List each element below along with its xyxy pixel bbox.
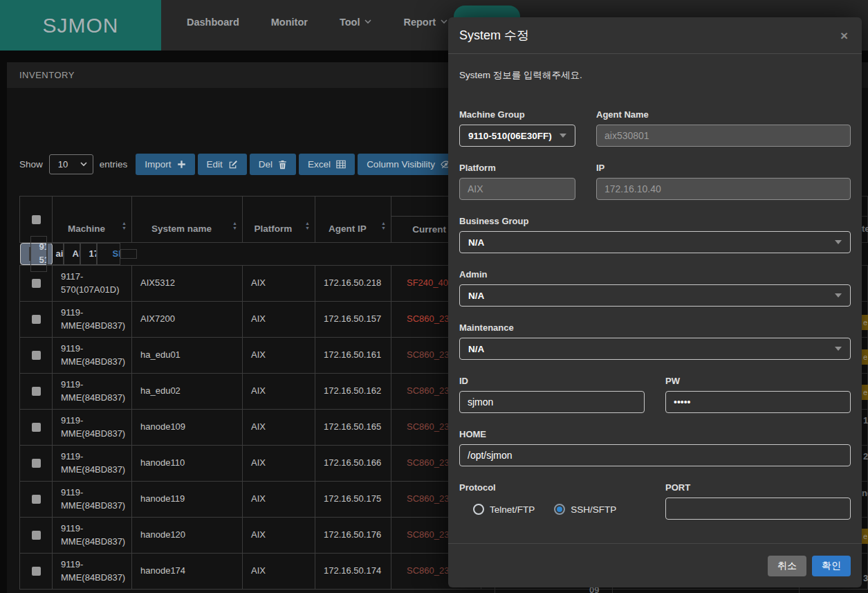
current-version-link[interactable]: SC860_234 xyxy=(407,493,454,504)
cell-machine: 9119-MME(84BD837) xyxy=(53,338,132,374)
nav-item-report[interactable]: Report xyxy=(403,17,447,28)
current-version-link[interactable]: SC860_234 xyxy=(407,421,454,432)
nav-label: Report xyxy=(403,17,436,28)
col-header-platform[interactable]: Platform ▲▼ xyxy=(243,197,315,243)
current-version-link[interactable]: SC860_234 xyxy=(407,529,454,540)
modal-subtitle: System 정보를 입력해주세요. xyxy=(459,69,851,82)
row-checkbox[interactable] xyxy=(32,387,41,396)
cell-agent-ip: 172.16.50.174 xyxy=(315,554,391,590)
machine-group-select[interactable]: 9110-510(06E30FF) xyxy=(459,125,575,147)
cell-agent-ip: 172.16.50.162 xyxy=(315,374,391,410)
col-header-label: Agent IP xyxy=(329,223,367,234)
row-checkbox[interactable] xyxy=(32,531,41,540)
chevron-down-icon xyxy=(80,162,87,167)
col-header-select xyxy=(20,197,53,243)
radio-label: SSH/SFTP xyxy=(571,504,616,515)
radio-telnet-ftp[interactable]: Telnet/FTP xyxy=(473,504,535,515)
button-label: Excel xyxy=(308,159,331,170)
pw-input[interactable] xyxy=(665,391,851,413)
field-machine-group: Machine Group 9110-510(06E30FF) xyxy=(459,109,575,147)
nav-label: Tool xyxy=(340,17,360,28)
system-edit-modal: System 수정 × System 정보를 입력해주세요. Machine G… xyxy=(448,17,862,587)
row-select-cell xyxy=(20,554,53,590)
row-checkbox[interactable] xyxy=(32,351,41,360)
port-input[interactable] xyxy=(665,498,851,520)
cell-system-name: aix530801 xyxy=(47,243,64,266)
cell-platform: AIX xyxy=(243,374,315,410)
cell-machine: 9119-MME(84BD837) xyxy=(53,302,132,338)
current-version-link[interactable]: SC860_234 xyxy=(407,457,454,468)
current-version-link[interactable]: SF240_403 xyxy=(407,277,453,288)
ip-input xyxy=(596,178,851,200)
cell-platform: AIX xyxy=(243,482,315,518)
page-size-select[interactable]: 10 xyxy=(49,154,93,174)
import-button[interactable]: Import xyxy=(136,154,194,175)
sort-icon: ▲▼ xyxy=(232,221,237,230)
field-business-group: Business Group N/A xyxy=(459,216,851,253)
edit-button[interactable]: Edit xyxy=(198,154,247,175)
current-version-link[interactable]: SC860_234 xyxy=(407,385,454,396)
row-checkbox[interactable] xyxy=(32,279,41,288)
cell-machine: 9119-MME(84BD837) xyxy=(53,554,132,590)
select-value: N/A xyxy=(468,291,484,301)
cell-agent-ip: 172.16.10.40 xyxy=(80,243,97,266)
row-checkbox[interactable] xyxy=(32,315,41,324)
button-label: Del xyxy=(259,159,273,170)
row-checkbox[interactable] xyxy=(32,567,41,576)
current-version-link[interactable]: SC860_234 xyxy=(407,313,454,324)
current-version-link[interactable]: SC860_234 xyxy=(407,565,454,576)
home-input[interactable] xyxy=(459,444,851,466)
field-home: HOME xyxy=(459,429,851,466)
nav-item-tool[interactable]: Tool xyxy=(340,17,372,28)
nav-label: Dashboard xyxy=(187,17,239,28)
modal-header: System 수정 × xyxy=(448,17,862,54)
confirm-button[interactable]: 확인 xyxy=(812,556,851,576)
ip-label: IP xyxy=(596,163,851,173)
delete-button[interactable]: Del xyxy=(250,154,296,175)
row-checkbox[interactable] xyxy=(32,423,41,432)
column-visibility-button[interactable]: Column Visibility xyxy=(358,154,461,175)
radio-ssh-sftp[interactable]: SSH/SFTP xyxy=(554,504,616,515)
admin-label: Admin xyxy=(459,269,851,280)
select-value: N/A xyxy=(468,344,484,354)
excel-button[interactable]: Excel xyxy=(299,154,355,175)
row-checkbox[interactable] xyxy=(32,459,41,468)
id-input[interactable] xyxy=(459,391,645,413)
field-agent-name: Agent Name xyxy=(596,109,851,147)
row-select-cell xyxy=(20,446,53,482)
nav-item-dashboard[interactable]: Dashboard xyxy=(187,17,239,28)
select-all-checkbox[interactable] xyxy=(32,215,41,224)
cell-machine: 9119-MME(84BD837) xyxy=(53,482,132,518)
cell-current: SF240_418 xyxy=(97,243,120,266)
cell-system-name: hanode109 xyxy=(132,410,243,446)
row-checkbox[interactable] xyxy=(32,495,41,504)
col-header-agent-ip[interactable]: Agent IP ▲▼ xyxy=(315,197,391,243)
current-version-link[interactable]: SC860_234 xyxy=(407,349,454,360)
col-header-machine[interactable]: Machine ▲▼ xyxy=(53,197,132,243)
brand-logo[interactable]: SJMON xyxy=(0,0,161,51)
row-select-cell xyxy=(20,302,53,338)
col-header-system-name[interactable]: System name ▲▼ xyxy=(132,197,243,243)
cell-agent-ip: 172.16.50.175 xyxy=(315,482,391,518)
current-version-link[interactable]: SF240_418 xyxy=(113,248,120,259)
maintenance-select[interactable]: N/A xyxy=(459,338,851,360)
port-label: PORT xyxy=(665,482,851,493)
agent-name-input xyxy=(596,125,851,147)
cancel-button[interactable]: 취소 xyxy=(768,556,806,576)
business-group-select[interactable]: N/A xyxy=(459,231,851,253)
trash-icon xyxy=(278,160,287,170)
field-id: ID xyxy=(459,376,645,413)
cell-machine: 9119-MME(84BD837) xyxy=(53,410,132,446)
caret-down-icon xyxy=(835,347,842,351)
cell-platform: AIX xyxy=(64,243,80,266)
button-label: Import xyxy=(145,159,171,170)
admin-select[interactable]: N/A xyxy=(459,284,851,307)
sort-icon: ▲▼ xyxy=(381,221,386,230)
table-controls: Show 10 entries Import Edit Del Excel xyxy=(19,154,461,175)
table-row[interactable]: ✓9110-510(06E30FF)aix530801AIX172.16.10.… xyxy=(20,243,53,265)
modal-body: System 정보를 입력해주세요. Machine Group 9110-51… xyxy=(448,55,862,543)
close-icon[interactable]: × xyxy=(840,29,848,42)
nav-item-monitor[interactable]: Monitor xyxy=(271,17,308,28)
nav-label: Monitor xyxy=(271,17,308,28)
cell-agent-ip: 172.16.50.165 xyxy=(315,410,391,446)
